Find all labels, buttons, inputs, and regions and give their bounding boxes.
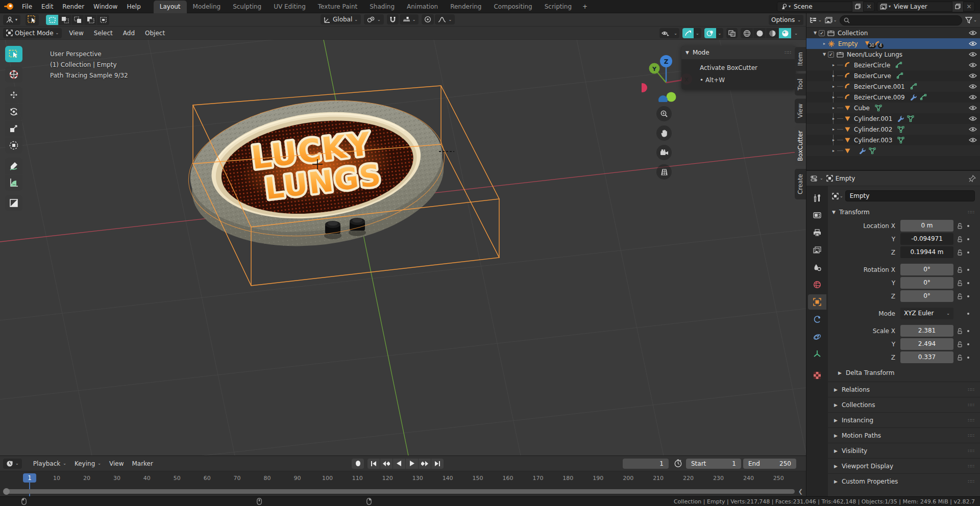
tool-rotate[interactable]	[5, 104, 22, 120]
expand-icon[interactable]: ▸	[821, 41, 828, 46]
rotation-x-field[interactable]: 0°	[900, 264, 953, 275]
lock-icon[interactable]	[957, 355, 963, 361]
menu-view[interactable]: View	[64, 27, 88, 40]
panel-motion-paths[interactable]: ▶Motion Paths∷∷	[828, 427, 980, 443]
eye-icon[interactable]	[969, 73, 977, 79]
tab-uv-editing[interactable]: UV Editing	[267, 1, 312, 13]
outliner-row-beziercurve[interactable]: ▸ BezierCurve	[806, 70, 980, 81]
animate-dot-icon[interactable]	[967, 295, 969, 297]
menu-playback[interactable]: Playback⌄	[29, 460, 70, 467]
use-preview-range-icon[interactable]	[674, 459, 682, 468]
eye-icon[interactable]	[969, 94, 977, 100]
tab-physics[interactable]	[808, 329, 826, 344]
shading-wireframe-button[interactable]	[741, 28, 753, 38]
xray-toggle[interactable]	[726, 28, 738, 38]
sidebar-tab-create[interactable]: Create	[795, 169, 806, 199]
activate-boxcutter-button[interactable]: Activate BoxCutter	[700, 64, 791, 71]
snap-toggle[interactable]	[387, 14, 399, 24]
object-data-selector-icon[interactable]: ⌄	[832, 193, 843, 199]
timeline-collapse-arrow-icon[interactable]: ❮	[798, 488, 803, 495]
outliner-row-cylinder002[interactable]: ▸ Cylinder.002	[806, 124, 980, 135]
tab-shading[interactable]: Shading	[363, 1, 401, 13]
tab-texture[interactable]	[808, 368, 826, 383]
animate-dot-icon[interactable]	[967, 251, 969, 254]
scene-unlink-button[interactable]: ✕	[863, 2, 874, 12]
select-mode-subtract[interactable]	[71, 15, 84, 25]
select-mode-invert[interactable]	[84, 15, 96, 25]
outliner-row-beziercircle[interactable]: ▸ BezierCircle	[806, 60, 980, 70]
eye-icon[interactable]	[969, 41, 977, 46]
expand-icon[interactable]: ▸	[830, 95, 837, 99]
editor-type-button-3dview[interactable]: ▾	[3, 15, 20, 25]
animate-dot-icon[interactable]	[967, 330, 969, 332]
drag-grip-icon[interactable]: ∷∷	[785, 50, 792, 55]
tool-annotate[interactable]	[5, 158, 22, 174]
panel-grip-icon[interactable]: ∷∷	[968, 210, 975, 215]
lock-icon[interactable]	[957, 328, 963, 334]
eye-icon[interactable]	[969, 84, 977, 89]
camera-view-icon[interactable]	[656, 145, 672, 160]
tab-scripting[interactable]: Scripting	[538, 1, 578, 13]
panel-instancing[interactable]: ▶Instancing∷∷	[828, 412, 980, 427]
scene-icon[interactable]	[777, 4, 789, 10]
expand-icon[interactable]: ▸	[830, 84, 837, 89]
next-keyframe-button[interactable]	[419, 459, 431, 469]
animate-dot-icon[interactable]	[967, 225, 969, 227]
tool-add-primitive[interactable]	[5, 195, 22, 211]
pan-hand-icon[interactable]	[656, 125, 672, 141]
timeline-editor-type-button[interactable]: ⌄	[3, 459, 22, 469]
tool-cursor[interactable]	[5, 66, 22, 83]
proportional-editing-toggle[interactable]	[422, 14, 434, 24]
outliner-editor-type-button[interactable]: ⌄	[810, 17, 822, 23]
outliner-row-cube[interactable]: ▸ Cube	[806, 103, 980, 113]
menu-keying[interactable]: Keying⌄	[70, 460, 105, 467]
panel-viewport-display[interactable]: ▶Viewport Display∷∷	[828, 458, 980, 473]
lock-icon[interactable]	[957, 280, 963, 286]
menu-file[interactable]: File	[17, 0, 37, 13]
lock-icon[interactable]	[957, 267, 963, 273]
shading-solid-button[interactable]	[753, 28, 766, 38]
active-tool-indicator[interactable]	[26, 14, 39, 26]
outliner-row-beziercurve001[interactable]: ▸ BezierCurve.001	[806, 81, 980, 92]
options-button[interactable]: Options ⌄	[769, 15, 803, 25]
tab-sculpting[interactable]: Sculpting	[227, 1, 267, 13]
tab-object[interactable]	[808, 294, 826, 310]
location-x-field[interactable]: 0 m	[900, 220, 953, 232]
panel-visibility[interactable]: ▶Visibility∷∷	[828, 443, 980, 458]
tool-select-box[interactable]	[5, 46, 22, 62]
eye-icon[interactable]	[969, 127, 977, 132]
scene-name[interactable]: Scene	[791, 3, 852, 10]
snap-with-dropdown[interactable]: ⌄	[400, 14, 419, 24]
tab-compositing[interactable]: Compositing	[487, 1, 538, 13]
expand-icon[interactable]: ▸	[830, 106, 837, 110]
expand-icon[interactable]: ▸	[830, 116, 837, 121]
scale-y-field[interactable]: 2.494	[900, 338, 953, 350]
shading-material-button[interactable]	[766, 28, 778, 38]
frame-end-field[interactable]: End250	[743, 459, 796, 469]
blender-logo-icon[interactable]	[4, 3, 13, 10]
sidebar-tab-view[interactable]: View	[795, 98, 806, 123]
transform-panel-header[interactable]: ▼ Transform ∷∷	[828, 205, 980, 219]
outliner-row-cylinder001[interactable]: ▸ Cylinder.001	[806, 113, 980, 124]
tab-animation[interactable]: Animation	[401, 1, 444, 13]
scale-x-field[interactable]: 2.381	[900, 325, 953, 337]
tab-modeling[interactable]: Modeling	[187, 1, 227, 13]
collection-checkbox[interactable]: ✓	[828, 52, 834, 58]
menu-render[interactable]: Render	[58, 0, 89, 13]
tab-view-layer[interactable]	[808, 242, 826, 258]
tool-measure[interactable]	[5, 174, 22, 191]
outliner-row-collection[interactable]: ▼ ✓ Collection	[806, 28, 980, 38]
expand-icon[interactable]: ▸	[830, 63, 837, 67]
lock-icon[interactable]	[957, 223, 963, 229]
play-reverse-button[interactable]	[393, 459, 405, 469]
panel-custom-properties[interactable]: ▶Custom Properties∷∷	[828, 473, 980, 489]
expand-icon[interactable]: ▼	[812, 31, 819, 35]
outliner-row-neon-collection[interactable]: ▼ ✓ Neon/Lucky Lungs	[806, 49, 980, 60]
view-layer-remove-button[interactable]: ✕	[963, 2, 974, 12]
menu-object[interactable]: Object	[140, 27, 170, 40]
record-button[interactable]	[352, 459, 364, 469]
animate-dot-icon[interactable]	[967, 343, 969, 345]
timeline-ruler[interactable]: 1 10203040506070809010011012013014015016…	[0, 471, 806, 487]
lock-icon[interactable]	[957, 293, 963, 299]
outliner-display-mode-button[interactable]: ⌄	[825, 17, 837, 23]
